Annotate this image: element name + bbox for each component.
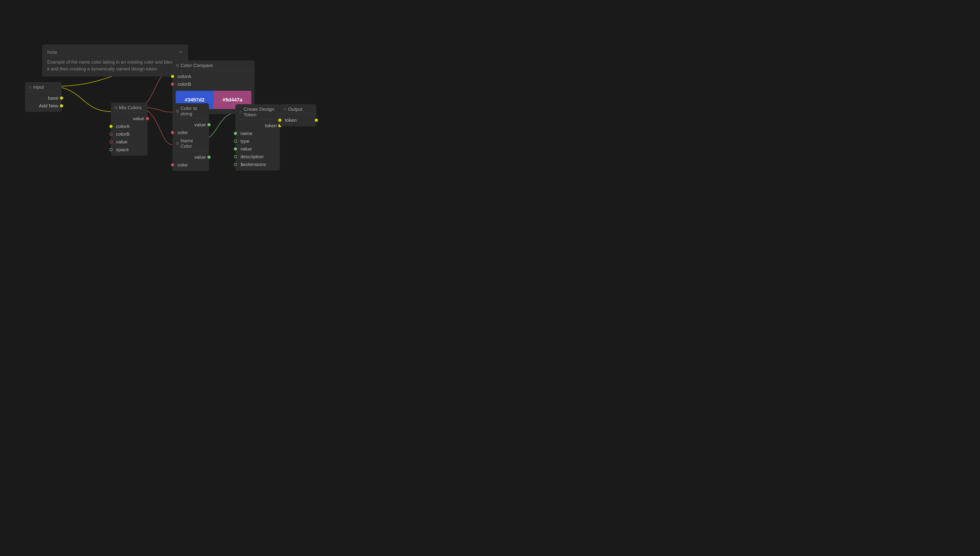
mix-colors-header: ⊙ Mix Colors — [111, 103, 147, 112]
name-color-header: ⊙ Name Color — [172, 136, 209, 151]
cdt-value-dot[interactable] — [234, 147, 237, 150]
star-icon: ☆ — [28, 85, 32, 90]
cts-value-out-dot[interactable] — [207, 123, 211, 126]
mix-space-port: space — [111, 146, 147, 154]
name-color-node: ⊙ Name Color value color — [172, 136, 209, 171]
output-token-in-dot[interactable] — [278, 119, 282, 122]
mix-value-output: value — [111, 115, 147, 123]
output-node: ☆ Output token — [280, 104, 316, 126]
note-title: Note ✏ — [47, 48, 183, 56]
color-compare-header: ⊙ Color Compare — [172, 60, 255, 70]
nc-icon: ⊙ — [176, 141, 179, 146]
mix-colorb-port: colorB — [111, 130, 147, 138]
mix-colora-dot[interactable] — [110, 125, 113, 128]
colorb-input-dot[interactable] — [171, 82, 174, 86]
mix-value-port: value — [111, 138, 147, 146]
note-text: Example of the name color taking in an e… — [47, 58, 183, 72]
nc-value-output: value — [172, 153, 209, 161]
color-compare-title: Color Compare — [181, 63, 213, 68]
colora-port: colorA — [172, 73, 255, 80]
output-icon: ☆ — [283, 107, 287, 112]
addnew-output-dot[interactable] — [60, 104, 63, 107]
cdt-icon: ☆ — [239, 110, 242, 115]
input-node: ☆ Input base Add New — [25, 82, 61, 112]
nc-value-out-dot[interactable] — [207, 155, 211, 159]
colora-input-dot[interactable] — [171, 75, 174, 78]
mix-colors-node: ⊙ Mix Colors value colorA colorB value — [111, 103, 147, 156]
cts-color-dot[interactable] — [171, 131, 174, 134]
mix-space-dot[interactable] — [110, 148, 113, 151]
cdt-title: Create Design Token — [243, 107, 277, 118]
cdt-name-port: name — [235, 129, 280, 137]
cts-value-output: value — [172, 121, 209, 129]
nc-color-dot[interactable] — [171, 163, 174, 166]
output-title: Output — [288, 107, 302, 112]
input-base-port: base — [25, 94, 61, 102]
mix-colora-port: colorA — [111, 123, 147, 130]
nc-color-port: color — [172, 161, 209, 169]
color-to-string-header: ⊙ Color to string — [172, 103, 209, 119]
mix-val-dot[interactable] — [110, 140, 113, 144]
cts-icon: ⊙ — [176, 108, 179, 113]
cdt-desc-dot[interactable] — [234, 155, 237, 158]
cdt-name-dot[interactable] — [234, 132, 237, 135]
output-header: ☆ Output — [280, 104, 316, 114]
compare-icon: ⊙ — [176, 63, 179, 68]
color-to-string-title: Color to string — [181, 106, 206, 116]
cdt-ext-dot[interactable] — [234, 163, 237, 166]
color-to-string-node: ⊙ Color to string value color — [172, 103, 209, 139]
input-node-header: ☆ Input — [25, 82, 61, 92]
cdt-header: ☆ Create Design Token — [235, 104, 280, 120]
mix-value-out-dot[interactable] — [146, 117, 149, 120]
output-token-out-dot[interactable] — [315, 119, 318, 122]
cdt-extensions-port: $extensions — [235, 160, 280, 168]
cdt-type-dot[interactable] — [234, 139, 237, 143]
mix-colorb-dot[interactable] — [110, 133, 113, 136]
colorb-port: colorB — [172, 80, 255, 88]
input-addnew-port: Add New — [25, 102, 61, 110]
note-node: Note ✏ Example of the name color taking … — [42, 44, 188, 76]
cts-color-port: color — [172, 129, 209, 136]
input-node-title: Input — [33, 84, 44, 90]
create-design-token-node: ☆ Create Design Token token name type va… — [235, 104, 280, 171]
name-color-title: Name Color — [181, 138, 206, 149]
cdt-type-port: type — [235, 137, 280, 145]
base-output-dot[interactable] — [60, 97, 63, 100]
mix-icon: ⊙ — [114, 105, 118, 110]
cdt-description-port: description — [235, 153, 280, 160]
output-token-input: token — [280, 116, 316, 124]
cdt-value-port: value — [235, 145, 280, 153]
edit-icon[interactable]: ✏ — [179, 48, 183, 56]
cdt-token-output: token — [235, 122, 280, 129]
mix-colors-title: Mix Colors — [119, 105, 142, 110]
